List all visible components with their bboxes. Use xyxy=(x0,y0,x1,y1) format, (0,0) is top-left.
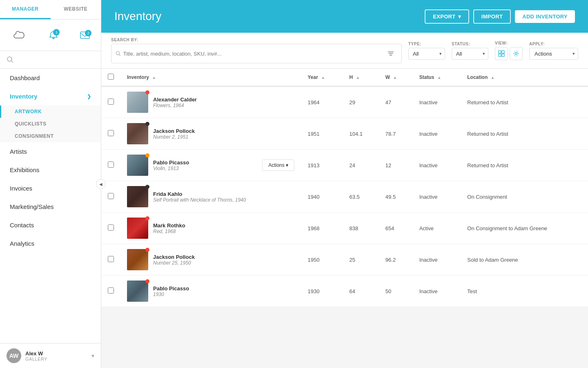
sidebar-item-inventory[interactable]: Inventory ❯ xyxy=(0,87,101,105)
artwork-cell: Pablo Picasso 1930 xyxy=(120,276,301,307)
status-dot xyxy=(145,122,149,126)
col-year[interactable]: Year ▲ xyxy=(301,69,343,86)
artwork-artist: Frida Kahlo xyxy=(153,191,294,197)
artwork-cell: Alexander Calder Flowers, 1964 xyxy=(120,86,301,118)
row-checkbox[interactable] xyxy=(108,99,114,105)
artwork-title: Number 2, 1951 xyxy=(153,134,294,140)
sidebar-item-artists[interactable]: Artists xyxy=(0,142,101,161)
row-year: 1930 xyxy=(301,276,343,307)
artwork-artist: Jackson Pollock xyxy=(153,128,294,134)
row-h: 64 xyxy=(343,276,379,307)
sort-year-icon: ▲ xyxy=(321,75,325,80)
sidebar-item-marketing[interactable]: Marketing/Sales xyxy=(0,197,101,216)
row-location: On Consignment xyxy=(461,181,588,213)
search-input-wrap xyxy=(111,44,402,63)
row-checkbox[interactable] xyxy=(108,193,114,199)
table-row: Mark Rothko Red, 1968 1968838654ActiveOn… xyxy=(101,213,588,244)
row-actions-button[interactable]: Actions ▾ xyxy=(262,159,294,171)
artwork-title: Violin, 1913 xyxy=(153,166,257,171)
col-location[interactable]: Location ▲ xyxy=(461,69,588,86)
main-header: Inventory EXPORT ▾ IMPORT ADD INVENTORY xyxy=(101,0,588,33)
sidebar-item-artwork[interactable]: ARTWORK xyxy=(0,105,101,118)
grid-view-btn[interactable] xyxy=(495,47,508,60)
sidebar-item-dashboard[interactable]: Dashboard xyxy=(0,69,101,87)
sidebar-item-exhibitions[interactable]: Exhibitions xyxy=(0,161,101,179)
svg-rect-9 xyxy=(502,51,504,53)
artwork-artist: Alexander Calder xyxy=(153,96,294,103)
apply-label: APPLY: xyxy=(529,42,578,46)
status-dot xyxy=(145,216,149,220)
row-h: 24 xyxy=(343,150,379,181)
type-label: TYPE: xyxy=(408,42,445,46)
filter-icon xyxy=(388,51,394,56)
filter-icon-btn[interactable] xyxy=(385,47,397,61)
sidebar-item-contacts[interactable]: Contacts xyxy=(0,216,101,234)
status-filter-group: STATUS: All xyxy=(452,42,488,60)
add-inventory-button[interactable]: ADD INVENTORY xyxy=(515,10,575,23)
artwork-title: Red, 1968 xyxy=(153,229,294,234)
select-all-checkbox[interactable] xyxy=(108,74,114,80)
row-location: Returned to Artist xyxy=(461,150,588,181)
table-row: Frida Kahlo Self Portrait with Necklace … xyxy=(101,181,588,213)
artwork-artist: Jackson Pollock xyxy=(153,254,294,260)
cloud-icon-btn[interactable] xyxy=(11,27,27,43)
col-w[interactable]: W ▲ xyxy=(379,69,413,86)
status-dot xyxy=(145,185,149,189)
row-checkbox[interactable] xyxy=(108,162,114,168)
row-w: 50 xyxy=(379,276,413,307)
settings-view-btn[interactable] xyxy=(510,47,523,60)
row-h: 104.1 xyxy=(343,118,379,150)
tab-website[interactable]: WEBSITE xyxy=(51,0,101,19)
row-h: 838 xyxy=(343,213,379,244)
actions-select[interactable]: Actions xyxy=(529,48,578,60)
type-select[interactable]: All xyxy=(408,48,445,60)
artwork-info-wrap: Jackson Pollock Number 2, 1951 xyxy=(127,123,294,144)
sort-status-icon: ▲ xyxy=(437,75,441,80)
artwork-cell: Jackson Pollock Number 25, 1950 xyxy=(120,244,301,276)
sidebar-item-analytics[interactable]: Analytics xyxy=(0,234,101,253)
row-year: 1940 xyxy=(301,181,343,213)
row-h: 29 xyxy=(343,86,379,118)
sidebar-collapse-btn[interactable]: ◀ xyxy=(96,179,106,189)
type-select-wrap: All xyxy=(408,48,445,60)
table-header-row: Inventory ▲ Year ▲ H ▲ W xyxy=(101,69,588,86)
tab-manager[interactable]: MANAGER xyxy=(0,0,51,19)
row-checkbox[interactable] xyxy=(108,224,114,231)
sort-w-icon: ▲ xyxy=(393,75,397,80)
bell-icon-wrap[interactable]: 1 xyxy=(49,31,58,40)
artwork-cell: Pablo Picasso Violin, 1913 Actions ▾ xyxy=(120,150,301,181)
status-select[interactable]: All xyxy=(452,48,488,60)
row-status: Inactive xyxy=(413,118,461,150)
sidebar-item-consignment[interactable]: CONSIGNMENT xyxy=(0,130,101,142)
sort-inventory-icon: ▲ xyxy=(152,75,156,80)
svg-line-2 xyxy=(11,61,13,63)
row-checkbox[interactable] xyxy=(108,130,114,136)
sidebar-search-area[interactable] xyxy=(0,51,101,69)
export-button[interactable]: EXPORT ▾ xyxy=(425,9,469,24)
grid-icon xyxy=(498,50,505,57)
col-inventory[interactable]: Inventory ▲ xyxy=(120,69,301,86)
content-area: SEARCH BY: xyxy=(101,33,588,368)
artwork-cell: Jackson Pollock Number 2, 1951 xyxy=(120,118,301,150)
import-button[interactable]: IMPORT xyxy=(473,9,511,24)
sidebar-item-invoices[interactable]: Invoices xyxy=(0,179,101,197)
row-checkbox[interactable] xyxy=(108,256,114,262)
search-input[interactable] xyxy=(123,51,382,57)
table-body: Alexander Calder Flowers, 1964 19642947I… xyxy=(101,86,588,307)
row-checkbox-cell xyxy=(101,244,120,276)
svg-rect-8 xyxy=(499,51,501,53)
row-w: 49.5 xyxy=(379,181,413,213)
svg-line-4 xyxy=(119,54,120,56)
row-checkbox[interactable] xyxy=(108,287,114,294)
col-h[interactable]: H ▲ xyxy=(343,69,379,86)
row-location: Returned to Artist xyxy=(461,86,588,118)
col-status[interactable]: Status ▲ xyxy=(413,69,461,86)
artwork-cell: Frida Kahlo Self Portrait with Necklace … xyxy=(120,181,301,213)
sort-h-icon: ▲ xyxy=(356,75,360,80)
header-actions: EXPORT ▾ IMPORT ADD INVENTORY xyxy=(425,9,575,24)
row-w: 654 xyxy=(379,213,413,244)
artwork-details: Pablo Picasso 1930 xyxy=(153,285,294,297)
sidebar-footer[interactable]: AW Alex W GALLERY ▾ xyxy=(0,343,101,368)
mail-icon-wrap[interactable]: 2 xyxy=(80,31,90,39)
sidebar-item-quicklists[interactable]: QUICKLISTS xyxy=(0,118,101,130)
